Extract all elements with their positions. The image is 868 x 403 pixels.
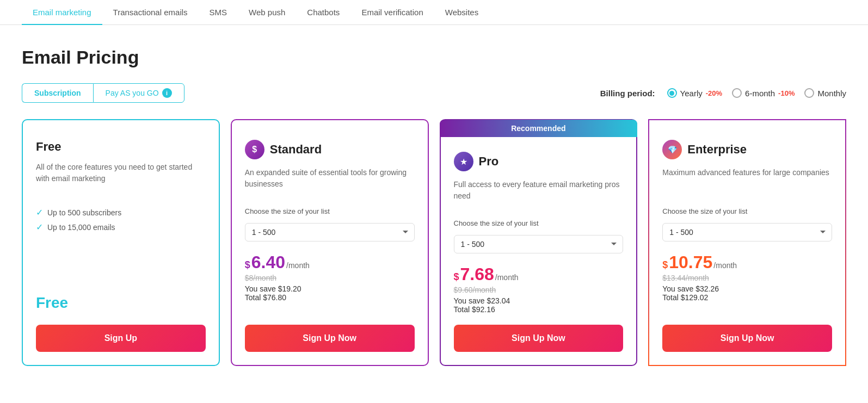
price-amount-enterprise: 10.75 (669, 252, 712, 272)
billing-period-selector: Billing period: Yearly -20% 6-month -10%… (600, 88, 846, 98)
plan-header-standard: $ Standard (245, 140, 415, 159)
plan-description-free: All of the core features you need to get… (36, 162, 206, 194)
price-total-enterprise: Total $129.02 (662, 293, 832, 302)
payasyougo-button[interactable]: Pay AS you GO i (93, 83, 184, 103)
price-savings-pro: You save $23.04 (454, 296, 624, 305)
price-period-pro: /month (495, 273, 519, 282)
plan-description-standard: An expanded suite of essential tools for… (245, 167, 415, 200)
nav-tab-email-marketing[interactable]: Email marketing (22, 0, 102, 24)
radio-yearly[interactable] (667, 88, 677, 98)
price-total-pro: Total $92.16 (454, 305, 624, 314)
price-amount-standard: 6.40 (251, 252, 285, 272)
plan-card-free: Free All of the core features you need t… (22, 119, 220, 366)
check-icon: ✓ (36, 207, 43, 218)
price-savings-standard: You save $19.20 (245, 284, 415, 293)
enterprise-icon: 💎 (662, 140, 682, 159)
plan-header-free: Free (36, 140, 206, 154)
billing-controls: Subscription Pay AS you GO i Billing per… (22, 83, 846, 103)
subscription-toggle: Subscription Pay AS you GO i (22, 83, 184, 103)
plan-description-enterprise: Maximum advanced features for large comp… (662, 167, 832, 200)
price-amount-pro: 7.68 (460, 264, 494, 284)
price-savings-enterprise: You save $32.26 (662, 284, 832, 293)
plan-header-enterprise: 💎 Enterprise (662, 140, 832, 159)
recommended-badge: Recommended (440, 120, 638, 137)
navigation-tabs: Email marketingTransactional emailsSMSWe… (0, 0, 868, 25)
billing-yearly-label: Yearly (680, 89, 703, 98)
plan-card-standard: $ Standard An expanded suite of essentia… (231, 119, 429, 366)
feature-text: Up to 500 subscribers (47, 208, 121, 217)
billing-option-yearly[interactable]: Yearly -20% (667, 88, 723, 98)
page-title: Email Pricing (22, 47, 846, 68)
price-section-standard: $ 6.40 /month $8/month You save $19.20 T… (245, 252, 415, 302)
price-section-enterprise: $ 10.75 /month $13.44/month You save $32… (662, 252, 832, 302)
nav-tab-sms[interactable]: SMS (199, 0, 238, 24)
nav-tab-chatbots[interactable]: Chatbots (296, 0, 350, 24)
price-currency-enterprise: $ (662, 259, 668, 271)
list-size-label-enterprise: Choose the size of your list (662, 207, 832, 215)
price-original-enterprise: $13.44/month (662, 274, 832, 282)
plan-card-enterprise: 💎 Enterprise Maximum advanced features f… (648, 119, 846, 366)
price-section-pro: $ 7.68 /month $9.60/month You save $23.0… (454, 264, 624, 314)
price-total-standard: Total $76.80 (245, 293, 415, 302)
free-cta-button[interactable]: Sign Up (36, 325, 206, 352)
list-size-label-pro: Choose the size of your list (454, 219, 624, 227)
feature-text: Up to 15,000 emails (47, 223, 115, 232)
price-currency-pro: $ (454, 271, 459, 283)
feature-free-1: ✓ Up to 500 subscribers (36, 207, 206, 218)
nav-tab-email-verification[interactable]: Email verification (350, 0, 434, 24)
pro-icon: ★ (454, 152, 473, 171)
price-original-pro: $9.60/month (454, 286, 624, 294)
plan-header-pro: ★ Pro (454, 152, 624, 171)
plan-name-free: Free (36, 140, 61, 154)
check-icon: ✓ (36, 222, 43, 232)
plan-name-enterprise: Enterprise (687, 142, 747, 157)
feature-free-2: ✓ Up to 15,000 emails (36, 222, 206, 232)
plan-name-pro: Pro (479, 154, 499, 169)
billing-option-6month[interactable]: 6-month -10% (732, 88, 795, 98)
standard-cta-button[interactable]: Sign Up Now (245, 325, 415, 352)
plans-grid: Free All of the core features you need t… (22, 119, 846, 366)
list-size-select-pro[interactable]: 1 - 500 501 - 1000 1001 - 2500 (454, 235, 624, 253)
nav-tab-transactional-emails[interactable]: Transactional emails (102, 0, 199, 24)
nav-tab-web-push[interactable]: Web push (238, 0, 296, 24)
price-currency-standard: $ (245, 259, 250, 271)
list-size-select-enterprise[interactable]: 1 - 500 501 - 1000 1001 - 2500 (662, 223, 832, 241)
list-size-label-standard: Choose the size of your list (245, 207, 415, 215)
billing-period-label: Billing period: (600, 89, 655, 98)
free-price: Free (36, 294, 206, 312)
billing-6month-label: 6-month (745, 89, 775, 98)
enterprise-cta-button[interactable]: Sign Up Now (662, 325, 832, 352)
price-period-standard: /month (286, 261, 310, 270)
nav-tab-websites[interactable]: Websites (434, 0, 489, 24)
radio-6month[interactable] (732, 88, 742, 98)
pro-cta-button[interactable]: Sign Up Now (454, 325, 624, 352)
plan-name-standard: Standard (270, 142, 322, 157)
billing-yearly-discount: -20% (706, 89, 722, 97)
subscription-button[interactable]: Subscription (22, 83, 93, 103)
list-size-select-standard[interactable]: 1 - 500 501 - 1000 1001 - 2500 (245, 223, 415, 241)
info-icon: i (162, 88, 172, 98)
billing-option-monthly[interactable]: Monthly (804, 88, 846, 98)
plan-card-pro: Recommended ★ Pro Full access to every f… (440, 119, 638, 366)
plan-description-pro: Full access to every feature email marke… (454, 179, 624, 212)
plan-features-free: ✓ Up to 500 subscribers ✓ Up to 15,000 e… (36, 207, 206, 232)
price-original-standard: $8/month (245, 274, 415, 282)
radio-monthly[interactable] (804, 88, 814, 98)
billing-6month-discount: -10% (778, 89, 795, 97)
billing-monthly-label: Monthly (817, 89, 846, 98)
price-period-enterprise: /month (713, 261, 737, 270)
standard-icon: $ (245, 140, 264, 159)
